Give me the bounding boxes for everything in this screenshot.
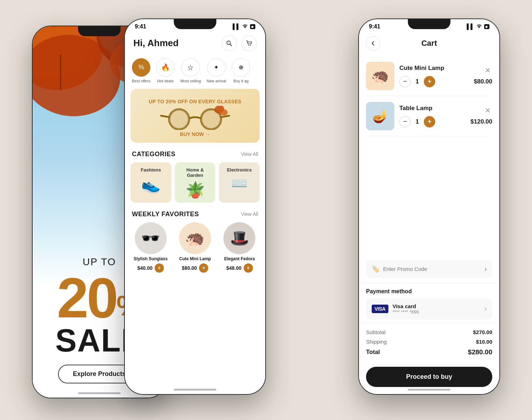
back-button[interactable] (366, 36, 380, 50)
lamp-cart-name: Cute Mini Lamp (399, 65, 444, 72)
table-lamp-top-row: Table Lamp ✕ (399, 105, 492, 116)
pill-buy-again[interactable]: ⊕ Buy it ag (232, 58, 250, 83)
weekly-title: WEEKLY FAVORITES (132, 211, 199, 218)
lamp-cart-image: 🦔 (366, 62, 394, 90)
category-garden[interactable]: Home & Garden 🪴 (175, 162, 216, 203)
electronics-label: Electronics (227, 167, 252, 173)
most-selling-label: Most selling (180, 79, 201, 83)
status-time-mid: 9:41 (135, 23, 146, 30)
weekly-view-all[interactable]: View All (241, 211, 258, 217)
lamp-remove-button[interactable]: ✕ (483, 65, 492, 76)
promo-section: 🏷️ › (359, 255, 499, 283)
pill-hot-deals[interactable]: 🔥 Hot deals (156, 58, 174, 83)
fedora-price-row: $48.00 + (226, 263, 253, 273)
lamp-qty-decrease[interactable]: − (399, 76, 411, 87)
lamp-qty-value: 1 (416, 78, 419, 85)
table-lamp-cart-image: 🪔 (366, 102, 394, 130)
pill-best-offers[interactable]: % Best offers (132, 58, 150, 83)
fav-lamp[interactable]: 🦔 Cute Mini Lamp $80.00 + (175, 222, 215, 273)
hot-deals-label: Hot deals (157, 79, 173, 83)
sunglass-add-button[interactable]: + (155, 263, 164, 273)
lamp-cart-price: $80.00 (474, 78, 492, 85)
fedora-add-button[interactable]: + (244, 263, 253, 273)
table-lamp-qty-decrease[interactable]: − (399, 116, 411, 127)
promo-input-row[interactable]: 🏷️ › (366, 260, 492, 278)
table-lamp-qty-row: − 1 + $120.00 (399, 116, 492, 127)
pill-new-arrival[interactable]: ✦ New arrival (206, 58, 226, 83)
new-arrival-label: New arrival (206, 79, 226, 83)
battery-icon: ■ (250, 24, 255, 29)
lamp-add-button[interactable]: + (199, 263, 208, 273)
payment-section: Payment method VISA Visa card **** **** … (359, 283, 499, 323)
proceed-to-buy-button[interactable]: Proceed to buy (366, 367, 492, 387)
shipping-row: Shipping $10.00 (366, 339, 492, 345)
table-lamp-qty-value: 1 (416, 119, 419, 125)
notch-right (408, 19, 450, 29)
table-lamp-cart-price: $120.00 (471, 118, 492, 125)
buy-again-icon: ⊕ (232, 58, 250, 77)
notch-mid (174, 19, 216, 29)
favorites-row: 🕶️ Stylish Sunglass $40.00 + 🦔 Cute Mini… (125, 222, 265, 273)
fedora-image: 🎩 (223, 222, 255, 254)
sunglass-price-row: $40.00 + (137, 263, 164, 273)
lamp-price: $80.00 (182, 265, 197, 271)
promo-banner[interactable]: UP TO 20% OFF ON EVERY GLASSES (131, 89, 260, 143)
cart-screen: 9:41 ▌▌ ■ Cart (359, 19, 499, 394)
hot-deals-icon: 🔥 (156, 58, 174, 77)
notch-left (78, 26, 121, 36)
svg-line-17 (161, 116, 169, 117)
subtotal-label: Subtotal (366, 329, 386, 335)
fav-fedora[interactable]: 🎩 Elegant Fedora $48.00 + (220, 222, 260, 273)
table-lamp-remove-button[interactable]: ✕ (483, 105, 492, 116)
wifi-icon-right (476, 23, 482, 29)
sunglass-name: Stylish Sunglass (134, 256, 168, 261)
lamp-image: 🦔 (179, 222, 211, 254)
promo-code-input[interactable] (383, 266, 481, 272)
lamp-price-row: $80.00 + (182, 263, 209, 273)
new-arrival-icon: ✦ (207, 58, 226, 77)
categories-grid: Fashions 👟 Home & Garden 🪴 Electronics ⌨… (125, 162, 265, 208)
total-value: $280.00 (468, 348, 492, 356)
category-pills: % Best offers 🔥 Hot deals ☆ Most selling… (125, 55, 265, 89)
status-time-right: 9:41 (369, 23, 380, 30)
total-row: Total $280.00 (366, 348, 492, 356)
payment-info: Visa card **** **** *896 (393, 303, 480, 315)
table-lamp-cart-name: Table Lamp (399, 105, 432, 112)
promo-arrow-icon: › (485, 266, 487, 272)
payment-row[interactable]: VISA Visa card **** **** *896 › (366, 298, 492, 320)
subtotal-row: Subtotal $270.00 (366, 329, 492, 335)
fav-sunglass[interactable]: 🕶️ Stylish Sunglass $40.00 + (131, 222, 171, 273)
card-number: **** **** *896 (393, 309, 480, 315)
glasses-display (138, 106, 253, 130)
cart-button-mid[interactable] (241, 36, 257, 51)
best-offers-label: Best offers (132, 79, 150, 83)
fedora-name: Elegant Fedora (224, 256, 255, 261)
category-fashion[interactable]: Fashions 👟 (131, 162, 171, 203)
table-lamp-qty-increase[interactable]: + (424, 116, 435, 127)
best-offers-icon: % (132, 58, 150, 77)
pill-most-selling[interactable]: ☆ Most selling (180, 58, 201, 83)
visa-logo: VISA (372, 305, 388, 313)
category-electronics[interactable]: Electronics ⌨️ (219, 162, 260, 203)
signal-icon-right: ▌▌ (467, 23, 474, 29)
svg-point-14 (169, 109, 189, 129)
categories-view-all[interactable]: View All (241, 151, 258, 157)
search-button[interactable] (221, 36, 237, 51)
lamp-qty-row: − 1 + $80.00 (399, 76, 492, 87)
sunglass-image: 🕶️ (135, 222, 167, 254)
lamp-qty-increase[interactable]: + (424, 76, 435, 87)
banner-headline: UP TO 20% OFF ON EVERY GLASSES (138, 96, 253, 104)
wifi-icon (242, 23, 248, 29)
svg-line-10 (230, 44, 232, 46)
cart-item-table-lamp: 🪔 Table Lamp ✕ − 1 + $120.00 (366, 96, 492, 136)
sunglass-price: $40.00 (137, 265, 153, 271)
shipping-label: Shipping (366, 339, 387, 345)
lamp-name: Cute Mini Lamp (179, 256, 211, 261)
cart-title: Cart (421, 39, 437, 48)
weekly-section-header: WEEKLY FAVORITES View All (125, 208, 265, 222)
svg-point-12 (250, 45, 251, 45)
table-lamp-cart-info: Table Lamp ✕ − 1 + $120.00 (399, 105, 492, 127)
banner-cta[interactable]: BUY NOW → (138, 131, 253, 137)
home-indicator-right (408, 389, 450, 391)
cart-item-lamp: 🦔 Cute Mini Lamp ✕ − 1 + $80.00 (366, 56, 492, 96)
